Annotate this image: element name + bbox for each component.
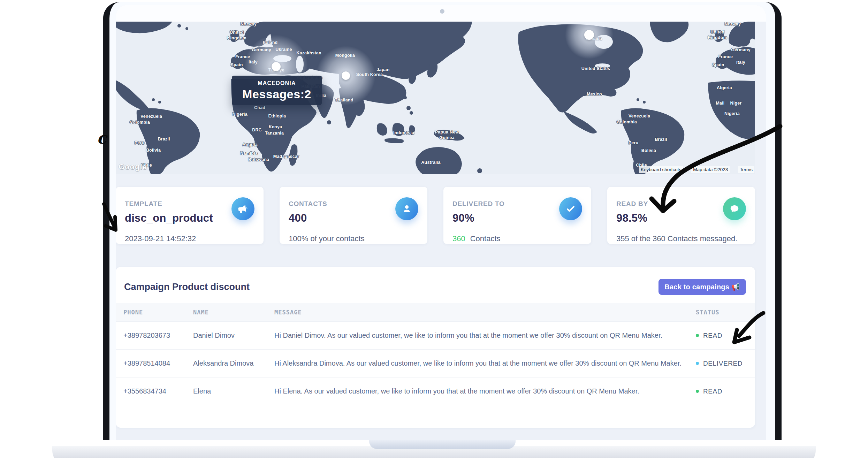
cell-phone: +38978514084 <box>123 359 193 367</box>
campaign-header: Campaign Product discount Back to campai… <box>116 267 755 295</box>
status-dot <box>696 390 699 393</box>
map-country-label: Papua New Guinea <box>435 130 459 140</box>
stat-card-contacts: CONTACTS 400 100% of your contacts <box>280 187 427 244</box>
map-country-label: Tanzania <box>265 131 284 136</box>
map-country-label: Venezuela <box>140 114 162 120</box>
status-badge: READ <box>703 388 722 395</box>
map-country-label: Spain <box>230 62 243 68</box>
message-location-marker[interactable] <box>342 71 350 80</box>
map-country-label: DRC <box>252 128 262 133</box>
cell-phone: +38978203673 <box>123 331 193 339</box>
map-country-label: Venezuela <box>629 114 650 119</box>
map-country-label: Bolivia <box>641 148 656 154</box>
column-header-message: MESSAGE <box>274 309 696 316</box>
map-attribution: Keyboard shortcuts Map data ©2023 Terms <box>639 166 754 173</box>
map-country-label: Bolivia <box>146 148 161 153</box>
stat-subtext: 2023-09-21 14:52:32 <box>125 234 196 243</box>
map-country-label: Peru <box>629 140 639 146</box>
map-country-label: Nigeria <box>232 112 248 117</box>
map-country-label: United States <box>581 66 610 72</box>
map-country-label: Peru <box>135 140 145 146</box>
world-map[interactable]: NorwayUnited KingdomPolandGermanyUkraine… <box>116 22 755 174</box>
map-country-label: France <box>235 54 250 60</box>
status-dot <box>696 362 699 365</box>
cell-name: Daniel Dimov <box>193 331 274 339</box>
table-row: +38978203673 Daniel Dimov Hi Daniel Dimo… <box>116 321 755 349</box>
camera-dot <box>440 9 444 14</box>
map-country-label: Nigeria <box>724 111 740 117</box>
map-country-label: Italy <box>249 60 258 65</box>
map-country-label: South Korea <box>356 72 383 78</box>
map-country-label: Angola <box>242 142 258 148</box>
message-location-marker[interactable] <box>272 62 281 71</box>
campaign-title: Campaign Product discount <box>124 282 250 292</box>
cell-status: DELIVERED <box>696 360 755 367</box>
map-country-label: Algeria <box>717 85 732 91</box>
message-location-marker[interactable] <box>584 30 594 40</box>
map-country-label: Italy <box>736 60 745 66</box>
map-country-label: Australia <box>421 160 440 166</box>
stat-card-read: READ BY 98.5% 355 of the 360 Contacts me… <box>607 187 755 244</box>
map-country-label: France <box>718 54 733 60</box>
map-country-label: Thailand <box>335 98 353 103</box>
map-country-label: Colombia <box>130 120 150 125</box>
column-header-name: NAME <box>193 309 274 316</box>
user-icon <box>395 197 418 220</box>
cell-phone: +3556834734 <box>123 387 193 395</box>
stat-card-template: TEMPLATE disc_on_product 2023-09-21 14:5… <box>116 187 264 244</box>
stat-card-delivered: DELIVERED TO 90% 360Contacts <box>443 187 591 244</box>
table-row: +38978514084 Aleksandra Dimova Hi Aleksa… <box>116 349 755 377</box>
map-country-label: Ethiopia <box>268 114 286 119</box>
map-country-label: Kenya <box>269 124 282 130</box>
cell-status: READ <box>696 332 755 339</box>
table-row: +3556834734 Elena Hi Elena. As our value… <box>116 377 755 405</box>
table-header-row: PHONE NAME MESSAGE STATUS <box>116 303 755 321</box>
back-to-campaigns-button[interactable]: Back to campaings 📢 <box>658 279 746 295</box>
map-country-label: Ukraine <box>275 47 292 53</box>
tooltip-country: MACEDONIA <box>232 80 322 86</box>
map-landmass <box>116 22 755 174</box>
cell-name: Elena <box>193 387 274 395</box>
stats-row: TEMPLATE disc_on_product 2023-09-21 14:5… <box>116 187 755 244</box>
map-country-label: Botswana <box>248 157 269 163</box>
map-country-label: Chad <box>254 105 265 111</box>
laptop-screen: NorwayUnited KingdomPolandGermanyUkraine… <box>103 2 782 440</box>
map-country-label: Norway <box>241 22 257 27</box>
laptop-hinge-notch <box>369 438 516 449</box>
column-header-status: STATUS <box>696 309 755 316</box>
dashboard-body: TEMPLATE disc_on_product 2023-09-21 14:5… <box>116 174 766 440</box>
map-country-label: United Kingdom <box>708 30 727 40</box>
map-country-label: Kazakhstan <box>296 51 321 56</box>
column-header-phone: PHONE <box>123 309 193 316</box>
map-country-label: Spain <box>712 62 724 68</box>
google-logo[interactable]: Google <box>119 162 147 171</box>
map-country-label: Mexico <box>587 92 602 97</box>
chat-icon <box>723 197 746 220</box>
map-country-label: Japan <box>376 67 389 73</box>
map-country-label: Namibia <box>240 151 258 157</box>
status-badge: READ <box>703 332 722 339</box>
cell-message: Hi Daniel Dimov. As our valued customer,… <box>274 331 696 339</box>
megaphone-icon <box>231 197 254 220</box>
terms-link[interactable]: Terms <box>738 166 754 173</box>
map-country-label: Germany <box>731 47 751 53</box>
map-country-label: Brazil <box>655 137 667 143</box>
stat-subtext: 355 of the 360 Contacts messaged. <box>616 234 737 243</box>
map-country-label: Brazil <box>158 137 170 142</box>
map-country-label: United Kingdom <box>227 30 246 41</box>
map-country-label: Colombia <box>617 120 637 125</box>
map-country-label: Norway <box>725 22 741 27</box>
map-country-label: Madagascar <box>273 154 299 160</box>
stat-subtext: 360Contacts <box>452 234 501 243</box>
map-tooltip: MACEDONIA Messages:2 <box>232 76 322 105</box>
map-country-label: Niger <box>730 101 742 106</box>
check-icon <box>559 197 582 220</box>
campaign-panel: Campaign Product discount Back to campai… <box>116 267 755 428</box>
dashboard-screen: NorwayUnited KingdomPolandGermanyUkraine… <box>116 5 766 440</box>
keyboard-shortcuts-link[interactable]: Keyboard shortcuts <box>639 166 683 173</box>
cell-message: Hi Aleksandra Dimova. As our valued cust… <box>274 359 696 367</box>
cell-message: Hi Elena. As our valued customer, we lik… <box>274 387 696 395</box>
cell-status: READ <box>696 388 755 395</box>
status-dot <box>696 334 699 337</box>
map-country-label: Mongolia <box>335 53 355 59</box>
